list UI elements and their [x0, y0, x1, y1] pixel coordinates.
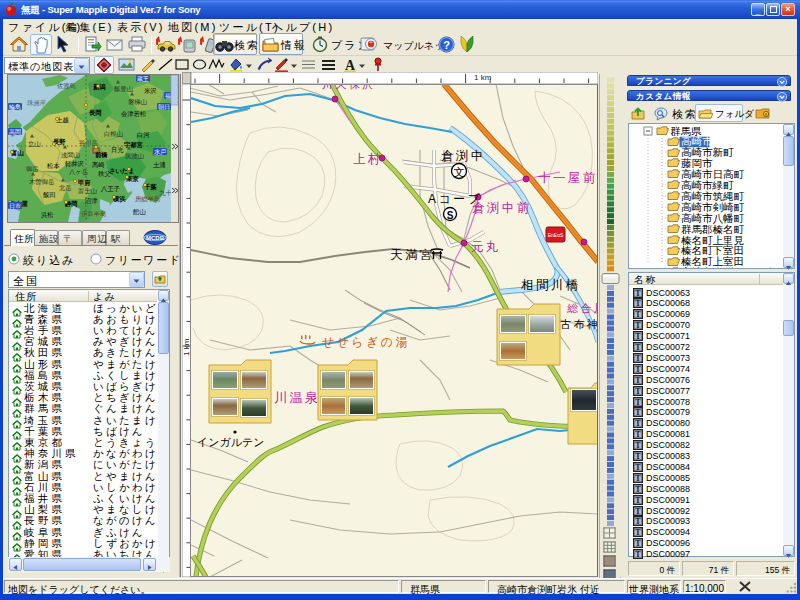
- svg-text:T: T: [635, 354, 641, 363]
- svg-text:伊豆半島: 伊豆半島: [81, 210, 106, 218]
- svg-text:十一屋前: 十一屋前: [538, 171, 598, 185]
- svg-text:さいたま: さいたま: [109, 167, 135, 175]
- svg-text:1 km: 1 km: [474, 73, 492, 82]
- svg-text:T: T: [635, 289, 641, 298]
- svg-text:1 km: 1 km: [182, 338, 191, 356]
- svg-text:T: T: [635, 408, 641, 417]
- svg-text:上村: 上村: [353, 152, 383, 166]
- svg-text:朝日: 朝日: [158, 104, 170, 111]
- svg-text:立山: 立山: [28, 140, 41, 147]
- svg-text:倉渕中: 倉渕中: [441, 149, 486, 163]
- svg-text:S: S: [447, 210, 454, 221]
- svg-text:古布神社: 古布神社: [560, 318, 598, 330]
- svg-text:宇都宮: 宇都宮: [124, 141, 143, 149]
- svg-text:八ヶ岳: 八ヶ岳: [69, 168, 89, 175]
- svg-text:筑波山: 筑波山: [124, 152, 144, 160]
- svg-text:北岳: 北岳: [59, 184, 72, 192]
- svg-text:会津若松: 会津若松: [121, 110, 147, 118]
- svg-text:蔵王: 蔵王: [137, 75, 149, 82]
- svg-text:磐梯山: 磐梯山: [128, 98, 147, 105]
- svg-text:富士山: 富士山: [78, 187, 97, 195]
- svg-text:長岡: 長岡: [88, 109, 102, 117]
- svg-text:T: T: [635, 419, 641, 428]
- svg-text:T: T: [635, 343, 641, 352]
- svg-text:木曽御岳: 木曽御岳: [29, 178, 55, 186]
- svg-text:総合川: 総合川: [567, 302, 598, 314]
- svg-text:天満宮: 天満宮: [390, 248, 435, 262]
- svg-text:T: T: [635, 387, 641, 396]
- svg-text:川温泉: 川温泉: [274, 390, 320, 405]
- svg-text:白河: 白河: [137, 131, 150, 139]
- svg-text:房総半島: 房総半島: [135, 195, 160, 203]
- svg-text:松本: 松本: [47, 162, 60, 169]
- svg-text:T: T: [635, 474, 641, 483]
- svg-text:T: T: [635, 398, 641, 407]
- svg-text:せせらぎの湯: せせらぎの湯: [322, 335, 410, 349]
- svg-text:川久保沢: 川久保沢: [322, 84, 376, 90]
- svg-text:軽井沢: 軽井沢: [65, 160, 85, 168]
- svg-text:米沢: 米沢: [144, 87, 157, 94]
- svg-text:高岡: 高岡: [9, 128, 21, 135]
- svg-text:水戸: 水戸: [154, 148, 166, 155]
- svg-text:T: T: [635, 441, 641, 450]
- svg-text:T: T: [635, 452, 641, 461]
- svg-text:T: T: [635, 539, 641, 548]
- svg-text:T: T: [635, 430, 641, 439]
- svg-text:元丸: 元丸: [471, 240, 501, 254]
- svg-text:T: T: [635, 365, 641, 374]
- svg-text:土浦: 土浦: [153, 161, 166, 169]
- svg-text:T: T: [635, 507, 641, 516]
- svg-text:相間川橋: 相間川橋: [521, 278, 581, 292]
- svg-text:浅間山: 浅間山: [61, 151, 80, 159]
- svg-text:佐渡島: 佐渡島: [57, 82, 76, 90]
- svg-text:甲府: 甲府: [78, 179, 91, 187]
- svg-text:インガルテン: インガルテン: [197, 436, 265, 448]
- svg-text:館山: 館山: [133, 208, 146, 216]
- svg-text:T: T: [635, 299, 641, 308]
- svg-text:Aコープ: Aコープ: [428, 192, 482, 206]
- svg-text:T: T: [635, 310, 641, 319]
- svg-text:T: T: [635, 528, 641, 537]
- svg-text:飯田: 飯田: [43, 191, 56, 199]
- svg-text:珠洲岸: 珠洲岸: [27, 99, 46, 107]
- svg-text:高崎: 高崎: [92, 161, 105, 168]
- svg-text:MCDB: MCDB: [146, 235, 165, 241]
- svg-text:?: ?: [443, 39, 450, 51]
- svg-text:T: T: [635, 550, 641, 559]
- svg-text:白根山: 白根山: [104, 130, 123, 138]
- svg-text:日市: 日市: [9, 202, 21, 210]
- svg-text:T: T: [635, 376, 641, 385]
- svg-text:秩父: 秩父: [98, 170, 111, 177]
- svg-text:文: 文: [454, 166, 465, 178]
- svg-text:浜松: 浜松: [41, 211, 54, 219]
- svg-text:T: T: [635, 517, 641, 526]
- svg-text:T: T: [635, 463, 641, 472]
- svg-text:谷川岳: 谷川岳: [78, 139, 99, 146]
- svg-text:九十: 九十: [159, 189, 172, 196]
- svg-text:A: A: [345, 58, 356, 72]
- svg-text:EnEoS: EnEoS: [548, 232, 564, 238]
- svg-text:高崎市倉渕町三ノ倉: 高崎市倉渕町三ノ倉: [681, 266, 776, 268]
- svg-text:前橋: 前橋: [95, 151, 108, 159]
- svg-text:飯豊山: 飯豊山: [114, 85, 133, 92]
- svg-text:輪島: 輪島: [9, 104, 21, 111]
- svg-text:日光: 日光: [111, 146, 124, 154]
- svg-text:T: T: [635, 496, 641, 505]
- svg-text:沼津: 沼津: [84, 197, 98, 205]
- svg-text:T: T: [635, 485, 641, 494]
- svg-text:T: T: [635, 332, 641, 341]
- svg-text:T: T: [635, 321, 641, 330]
- svg-text:八王子: 八王子: [101, 185, 121, 193]
- svg-text:御岳: 御岳: [26, 165, 39, 172]
